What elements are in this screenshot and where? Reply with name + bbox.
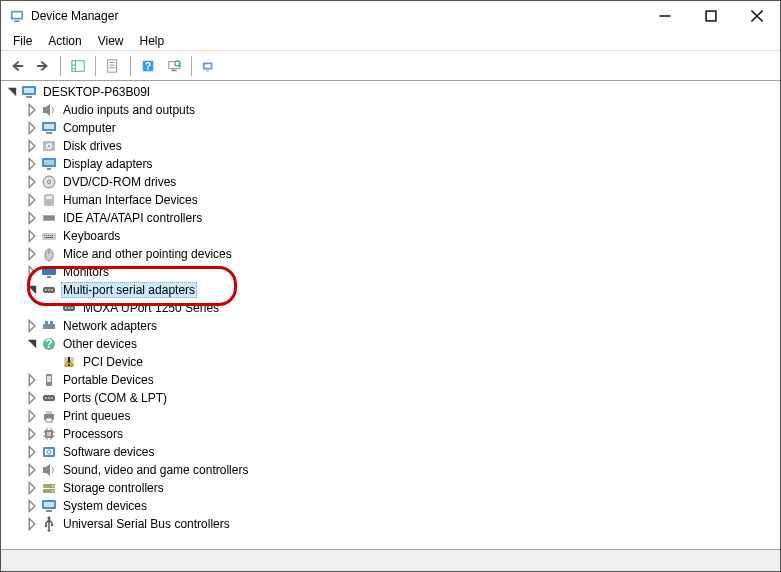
- category-label[interactable]: Human Interface Devices: [61, 193, 200, 207]
- category-label[interactable]: Ports (COM & LPT): [61, 391, 169, 405]
- expand-icon[interactable]: [25, 121, 39, 135]
- category-node[interactable]: ?Other devices: [25, 335, 780, 353]
- category-label[interactable]: Print queues: [61, 409, 132, 423]
- maximize-button[interactable]: [688, 1, 734, 31]
- category-label[interactable]: Software devices: [61, 445, 156, 459]
- category-label[interactable]: Processors: [61, 427, 125, 441]
- category-label[interactable]: System devices: [61, 499, 149, 513]
- expand-icon[interactable]: [25, 193, 39, 207]
- category-label[interactable]: Computer: [61, 121, 118, 135]
- expand-icon[interactable]: [25, 481, 39, 495]
- device-node[interactable]: !PCI Device: [45, 353, 780, 371]
- category-label[interactable]: DVD/CD-ROM drives: [61, 175, 178, 189]
- svg-point-33: [48, 145, 50, 147]
- toolbar: ?: [1, 51, 780, 81]
- category-node[interactable]: Portable Devices: [25, 371, 780, 389]
- svg-rect-11: [108, 59, 117, 71]
- show-hide-console-button[interactable]: [66, 54, 90, 78]
- category-node[interactable]: Display adapters: [25, 155, 780, 173]
- expand-icon[interactable]: [25, 247, 39, 261]
- software-icon: [41, 444, 57, 460]
- expand-icon[interactable]: [25, 373, 39, 387]
- menu-help[interactable]: Help: [132, 32, 173, 50]
- category-node[interactable]: Monitors: [25, 263, 780, 281]
- help-button[interactable]: ?: [136, 54, 160, 78]
- root-label[interactable]: DESKTOP-P63B09I: [41, 85, 152, 99]
- svg-rect-7: [72, 60, 84, 71]
- category-node[interactable]: Sound, video and game controllers: [25, 461, 780, 479]
- svg-rect-45: [44, 235, 45, 236]
- expand-icon[interactable]: [25, 211, 39, 225]
- expand-icon[interactable]: [25, 445, 39, 459]
- tree-root-node[interactable]: DESKTOP-P63B09I: [5, 83, 780, 101]
- category-node[interactable]: Human Interface Devices: [25, 191, 780, 209]
- expand-icon[interactable]: [25, 175, 39, 189]
- menu-view[interactable]: View: [90, 32, 132, 50]
- expand-icon[interactable]: [25, 409, 39, 423]
- category-label[interactable]: Monitors: [61, 265, 111, 279]
- menu-file[interactable]: File: [5, 32, 40, 50]
- expand-icon[interactable]: [25, 463, 39, 477]
- category-node[interactable]: Multi-port serial adapters: [25, 281, 780, 299]
- device-tree[interactable]: DESKTOP-P63B09IAudio inputs and outputsC…: [1, 81, 780, 549]
- category-label[interactable]: Keyboards: [61, 229, 122, 243]
- category-node[interactable]: Processors: [25, 425, 780, 443]
- devices-and-printers-button[interactable]: [197, 54, 221, 78]
- scan-hardware-button[interactable]: [162, 54, 186, 78]
- display-icon: [41, 156, 57, 172]
- device-label[interactable]: MOXA UPort 1250 Series: [81, 301, 221, 315]
- expand-icon[interactable]: [25, 427, 39, 441]
- sound-icon: [41, 462, 57, 478]
- collapse-icon[interactable]: [25, 337, 39, 351]
- cpu-icon: [41, 426, 57, 442]
- expand-icon[interactable]: [25, 229, 39, 243]
- category-node[interactable]: Print queues: [25, 407, 780, 425]
- category-label[interactable]: IDE ATA/ATAPI controllers: [61, 211, 204, 225]
- forward-button[interactable]: [31, 54, 55, 78]
- category-node[interactable]: Audio inputs and outputs: [25, 101, 780, 119]
- category-node[interactable]: Disk drives: [25, 137, 780, 155]
- category-label[interactable]: Audio inputs and outputs: [61, 103, 197, 117]
- category-label[interactable]: Network adapters: [61, 319, 159, 333]
- menu-action[interactable]: Action: [40, 32, 89, 50]
- category-node[interactable]: Keyboards: [25, 227, 780, 245]
- category-node[interactable]: Computer: [25, 119, 780, 137]
- category-node[interactable]: IDE ATA/ATAPI controllers: [25, 209, 780, 227]
- storage-icon: [41, 480, 57, 496]
- device-node[interactable]: MOXA UPort 1250 Series: [45, 299, 780, 317]
- expand-icon[interactable]: [25, 391, 39, 405]
- expand-icon[interactable]: [25, 139, 39, 153]
- category-label[interactable]: Multi-port serial adapters: [61, 282, 197, 298]
- category-node[interactable]: Software devices: [25, 443, 780, 461]
- expand-icon[interactable]: [25, 157, 39, 171]
- device-label[interactable]: PCI Device: [81, 355, 145, 369]
- category-label[interactable]: Other devices: [61, 337, 139, 351]
- back-button[interactable]: [5, 54, 29, 78]
- collapse-icon[interactable]: [5, 85, 19, 99]
- category-node[interactable]: Network adapters: [25, 317, 780, 335]
- collapse-icon[interactable]: [25, 283, 39, 297]
- category-label[interactable]: Display adapters: [61, 157, 154, 171]
- expand-icon[interactable]: [25, 319, 39, 333]
- minimize-button[interactable]: [642, 1, 688, 31]
- category-label[interactable]: Sound, video and game controllers: [61, 463, 250, 477]
- expand-icon[interactable]: [25, 517, 39, 531]
- category-label[interactable]: Storage controllers: [61, 481, 166, 495]
- expand-icon[interactable]: [25, 265, 39, 279]
- category-label[interactable]: Mice and other pointing devices: [61, 247, 234, 261]
- category-node[interactable]: System devices: [25, 497, 780, 515]
- category-node[interactable]: Ports (COM & LPT): [25, 389, 780, 407]
- category-node[interactable]: Mice and other pointing devices: [25, 245, 780, 263]
- category-label[interactable]: Universal Serial Bus controllers: [61, 517, 232, 531]
- category-label[interactable]: Portable Devices: [61, 373, 156, 387]
- svg-rect-78: [46, 418, 52, 422]
- category-node[interactable]: DVD/CD-ROM drives: [25, 173, 780, 191]
- svg-rect-18: [171, 69, 176, 71]
- expand-icon[interactable]: [25, 499, 39, 513]
- close-button[interactable]: [734, 1, 780, 31]
- category-node[interactable]: Storage controllers: [25, 479, 780, 497]
- properties-button[interactable]: [101, 54, 125, 78]
- category-node[interactable]: Universal Serial Bus controllers: [25, 515, 780, 533]
- category-label[interactable]: Disk drives: [61, 139, 124, 153]
- expand-icon[interactable]: [25, 103, 39, 117]
